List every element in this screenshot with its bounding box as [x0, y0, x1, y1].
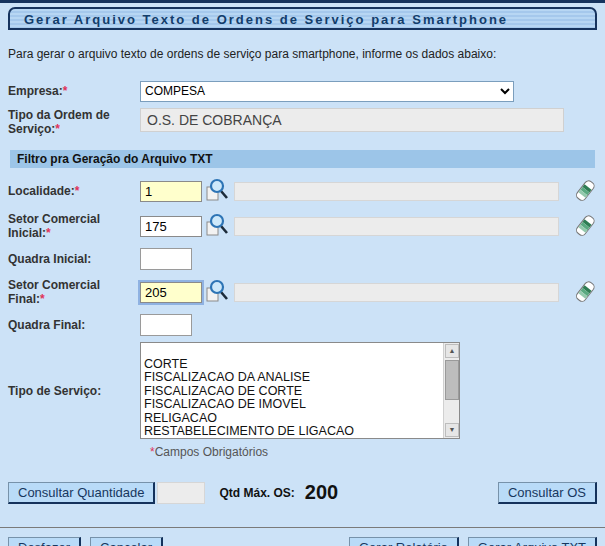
- setor-inicial-search-icon[interactable]: [204, 213, 230, 239]
- tipo-servico-label: Tipo de Serviço:: [8, 384, 140, 398]
- list-item[interactable]: FISCALIZACAO DA ANALISE: [144, 371, 457, 385]
- scrollbar-up-icon[interactable]: ▲: [445, 344, 459, 358]
- required-asterisk: *: [46, 226, 51, 240]
- required-asterisk: *: [55, 122, 60, 136]
- setor-final-eraser-icon[interactable]: [573, 279, 597, 305]
- required-asterisk: *: [40, 292, 45, 306]
- list-item[interactable]: FISCALIZACAO DE IMOVEL: [144, 398, 457, 412]
- page-title: Gerar Arquivo Texto de Ordens de Serviço…: [8, 7, 597, 30]
- tipo-servico-listbox[interactable]: CORTE FISCALIZACAO DA ANALISE FISCALIZAC…: [140, 342, 460, 439]
- setor-final-description-field: [234, 283, 559, 302]
- setor-final-row: Setor Comercial Final:*: [8, 278, 597, 306]
- empresa-select[interactable]: COMPESA: [140, 81, 514, 102]
- consult-row: Consultar Quantidade Qtd Máx. OS: 200 Co…: [8, 481, 597, 504]
- quadra-final-label: Quadra Final:: [8, 318, 140, 332]
- localidade-eraser-icon[interactable]: [573, 178, 597, 204]
- form-area: Empresa:* COMPESA Tipo da Ordem de Servi…: [8, 80, 597, 459]
- localidade-search-icon[interactable]: [204, 178, 230, 204]
- page-title-text: Gerar Arquivo Texto de Ordens de Serviço…: [24, 12, 508, 27]
- setor-final-search-icon[interactable]: [204, 279, 230, 305]
- required-asterisk: *: [75, 184, 80, 198]
- listbox-scrollbar[interactable]: ▲ ▼: [443, 343, 459, 438]
- setor-final-label: Setor Comercial Final:*: [8, 278, 140, 306]
- empresa-label: Empresa:*: [8, 84, 140, 98]
- tipo-servico-options: CORTE FISCALIZACAO DA ANALISE FISCALIZAC…: [141, 343, 459, 439]
- consultar-os-button[interactable]: Consultar OS: [498, 482, 597, 504]
- setor-inicial-row: Setor Comercial Inicial:*: [8, 212, 597, 240]
- quantidade-result-field: [157, 482, 205, 504]
- tipo-servico-row: Tipo de Serviço: CORTE FISCALIZACAO DA A…: [8, 342, 597, 439]
- tipo-ordem-label: Tipo da Ordem de Serviço:*: [8, 108, 140, 136]
- empresa-row: Empresa:* COMPESA: [8, 80, 597, 102]
- localidade-label: Localidade:*: [8, 184, 140, 198]
- cancelar-button[interactable]: Cancelar: [90, 537, 163, 546]
- localidade-description-field: [234, 182, 559, 201]
- scrollbar-down-icon[interactable]: ▼: [445, 423, 459, 437]
- filtro-section-header: Filtro pra Geração do Arquivo TXT: [10, 150, 595, 168]
- localidade-row: Localidade:*: [8, 178, 597, 204]
- setor-inicial-eraser-icon[interactable]: [573, 213, 597, 239]
- list-item[interactable]: FISCALIZACAO DE CORTE: [144, 385, 457, 399]
- top-border-line: [0, 0, 605, 3]
- consultar-quantidade-button[interactable]: Consultar Quantidade: [8, 482, 155, 504]
- quadra-inicial-input[interactable]: [140, 248, 192, 270]
- instruction-text: Para gerar o arquivo texto de ordens de …: [8, 47, 597, 61]
- gerar-relatorio-button[interactable]: Gerar Relatório: [349, 537, 459, 546]
- desfazer-button[interactable]: Desfazer: [8, 537, 81, 546]
- list-item[interactable]: RELIGACAO: [144, 412, 457, 426]
- quadra-final-input[interactable]: [140, 314, 192, 336]
- localidade-input[interactable]: [140, 181, 202, 202]
- quadra-final-row: Quadra Final:: [8, 314, 597, 336]
- tipo-ordem-row: Tipo da Ordem de Serviço:* O.S. DE COBRA…: [8, 108, 597, 136]
- setor-inicial-label: Setor Comercial Inicial:*: [8, 212, 140, 240]
- list-item[interactable]: CORTE: [144, 358, 457, 372]
- required-fields-note: *Campos Obrigatórios: [150, 445, 597, 459]
- list-item[interactable]: RESTABELECIMENTO DE LIGACAO: [144, 425, 457, 439]
- setor-inicial-description-field: [234, 217, 559, 236]
- qtd-max-value: 200: [305, 481, 338, 504]
- scrollbar-thumb[interactable]: [445, 360, 459, 400]
- quadra-inicial-label: Quadra Inicial:: [8, 252, 140, 266]
- gerar-arquivo-txt-window: Gerar Arquivo Texto de Ordens de Serviço…: [0, 0, 605, 546]
- required-asterisk: *: [63, 84, 68, 98]
- setor-final-input[interactable]: [140, 282, 202, 303]
- setor-inicial-input[interactable]: [140, 216, 202, 237]
- bottom-button-row: Desfazer Cancelar Gerar Relatório Gerar …: [8, 537, 597, 546]
- gerar-arquivo-txt-button[interactable]: Gerar Arquivo TXT: [468, 537, 597, 546]
- quadra-inicial-row: Quadra Inicial:: [8, 248, 597, 270]
- tipo-ordem-value: O.S. DE COBRANÇA: [140, 108, 564, 132]
- bottom-divider: [0, 527, 605, 528]
- list-item[interactable]: [144, 344, 457, 358]
- qtd-max-label: Qtd Máx. OS:: [219, 486, 294, 500]
